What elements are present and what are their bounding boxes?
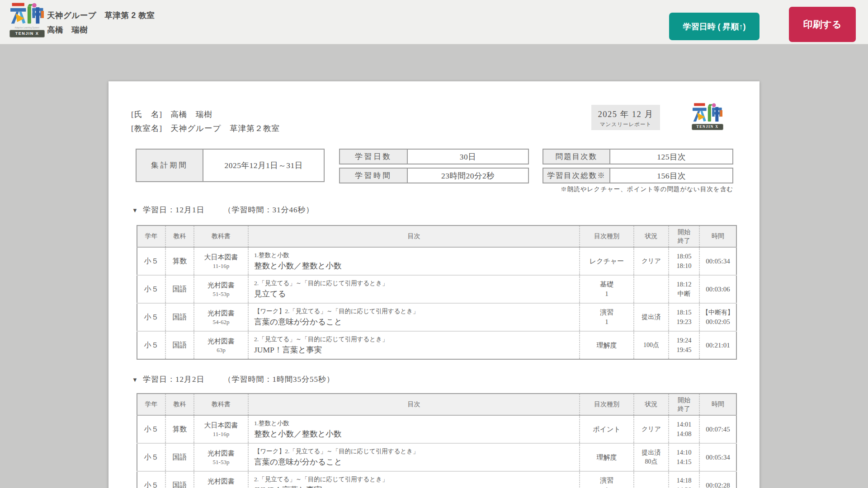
summary-problems-label: 問題目次数: [543, 150, 610, 164]
col-time: 時間: [699, 394, 736, 415]
col-toc: 目次: [248, 394, 580, 415]
cell-subject: 算数: [165, 415, 194, 443]
col-type: 目次種別: [580, 394, 634, 415]
tenjin-logo-paper: TENJIN X: [689, 103, 726, 130]
cell-grade: 小５: [137, 275, 165, 303]
cell-grade: 小５: [137, 247, 165, 275]
cell-start-end: 14:0114:08: [669, 415, 699, 443]
cell-start-end: 18:0518:10: [669, 247, 699, 275]
logo-badge: TENJIN X: [9, 30, 45, 38]
report-month-badge: 2025 年 12 月 マンスリーレポート: [591, 105, 660, 130]
cell-status: [634, 275, 669, 303]
summary-period-value: 2025年12月1日～31日: [203, 150, 324, 181]
summary-problems-value: 125目次: [610, 150, 732, 164]
classroom-title: 天神グループ 草津第 2 教室: [47, 10, 155, 21]
print-button[interactable]: 印刷する: [789, 7, 856, 42]
cell-type: 理解度: [580, 443, 634, 471]
monthly-report-paper: [氏 名]高橋 瑞樹 [教室名]天神グループ 草津第２教室 2025 年 12 …: [108, 81, 760, 488]
cell-time: 00:05:34: [699, 247, 736, 275]
section-header-dec2[interactable]: ▼学習日：12月2日（学習時間：1時間35分55秒）: [132, 374, 335, 385]
cell-grade: 小５: [137, 303, 165, 331]
cell-time: 00:03:06: [699, 275, 736, 303]
name-value: 高橋 瑞樹: [170, 110, 212, 119]
cell-book: 大日本図書11-16p: [194, 247, 248, 275]
cell-type: 理解度: [580, 331, 634, 359]
cell-grade: 小５: [137, 471, 165, 488]
cell-book: 光村図書51-53p: [194, 443, 248, 471]
col-status: 状況: [634, 225, 669, 247]
table-row: 小５ 算数 大日本図書11-16p 1.整数と小数整数と小数／整数と小数 ポイン…: [137, 415, 736, 443]
tenjin-logo: Adaptive Learning System TENJIN X: [8, 3, 46, 38]
summary-time-value: 23時間20分2秒: [408, 169, 528, 183]
col-time: 時間: [699, 225, 736, 247]
app-header: Adaptive Learning System TENJIN X 天神グループ…: [0, 0, 868, 44]
cell-book: 大日本図書11-16p: [194, 415, 248, 443]
cell-time: 00:02:28: [699, 471, 736, 488]
col-book: 教科書: [194, 225, 248, 247]
table-row: 小５ 国語 光村図書51-53p 【ワーク】2.「見立てる」～「目的に応じて引用…: [137, 443, 736, 471]
summary-days-value: 30日: [408, 150, 528, 164]
cell-grade: 小５: [137, 415, 165, 443]
col-grade: 学年: [137, 225, 165, 247]
cell-subject: 算数: [165, 247, 194, 275]
cell-subject: 国語: [165, 303, 194, 331]
collapse-triangle-icon: ▼: [132, 376, 138, 383]
cell-start-end: 14:1014:15: [669, 443, 699, 471]
cell-start-end: 19:2419:45: [669, 331, 699, 359]
cell-status: 提出済80点: [634, 443, 669, 471]
cell-subject: 国語: [165, 443, 194, 471]
name-label: [氏 名]: [131, 110, 162, 119]
table-row: 小５ 国語 光村図書54-62p 【ワーク】2.「見立てる」～「目的に応じて引用…: [137, 303, 736, 331]
cell-type: 演習1: [580, 471, 634, 488]
cell-status: [634, 471, 669, 488]
collapse-triangle-icon: ▼: [132, 207, 138, 214]
summary-days: 学習日数 30日: [339, 149, 529, 164]
cell-start-end: 18:12中断: [669, 275, 699, 303]
sort-order-button[interactable]: 学習日時 ( 昇順↑): [669, 13, 760, 40]
cell-type: 基礎1: [580, 275, 634, 303]
summary-period-label: 集計期間: [137, 150, 203, 181]
col-start-end: 開始終了: [669, 394, 699, 415]
cell-time: 00:07:45: [699, 415, 736, 443]
cell-grade: 小５: [137, 443, 165, 471]
student-name: 高橋 瑞樹: [47, 24, 155, 35]
cell-start-end: 18:1519:23: [669, 303, 699, 331]
col-grade: 学年: [137, 394, 165, 415]
cell-type: レクチャー: [580, 247, 634, 275]
report-type: マンスリーレポート: [591, 121, 660, 128]
cell-status: クリア: [634, 247, 669, 275]
classroom-value: 天神グループ 草津第２教室: [170, 124, 280, 133]
study-table-dec2: 学年 教科 教科書 目次 目次種別 状況 開始終了 時間 小５ 算数 大日本図書…: [137, 393, 737, 488]
section-study-time: （学習時間：31分46秒）: [223, 206, 314, 214]
summary-note: ※朗読やレクチャー、ポイント等の問題がない目次を含む: [136, 185, 733, 193]
table-row: 小５ 国語 光村図書63p 2.「見立てる」～「目的に応じて引用するとき」JUM…: [137, 471, 736, 488]
cell-toc: 2.「見立てる」～「目的に応じて引用するとき」見立てる: [248, 275, 580, 303]
logo-badge: TENJIN X: [692, 124, 723, 130]
cell-book: 光村図書51-53p: [194, 275, 248, 303]
col-toc: 目次: [248, 225, 580, 247]
cell-status: クリア: [634, 415, 669, 443]
col-subject: 教科: [165, 225, 194, 247]
table-header-row: 学年 教科 教科書 目次 目次種別 状況 開始終了 時間: [137, 225, 736, 247]
table-row: 小５ 算数 大日本図書11-16p 1.整数と小数整数と小数／整数と小数 レクチ…: [137, 247, 736, 275]
cell-toc: 【ワーク】2.「見立てる」～「目的に応じて引用するとき」言葉の意味が分かること: [248, 443, 580, 471]
cell-subject: 国語: [165, 275, 194, 303]
cell-status: 提出済: [634, 303, 669, 331]
cell-start-end: 14:1814:20: [669, 471, 699, 488]
study-table-dec1: 学年 教科 教科書 目次 目次種別 状況 開始終了 時間 小５ 算数 大日本図書…: [137, 225, 737, 360]
summary-days-label: 学習日数: [340, 150, 408, 164]
summary-total-value: 156目次: [610, 169, 732, 183]
cell-book: 光村図書63p: [194, 331, 248, 359]
report-month: 2025 年 12 月: [591, 108, 660, 120]
cell-subject: 国語: [165, 331, 194, 359]
col-book: 教科書: [194, 394, 248, 415]
logo-tagline: Adaptive Learning System: [15, 27, 39, 29]
identity-block: [氏 名]高橋 瑞樹 [教室名]天神グループ 草津第２教室: [131, 108, 280, 136]
section-study-time: （学習時間：1時間35分55秒）: [223, 375, 335, 384]
cell-type: 演習1: [580, 303, 634, 331]
col-type: 目次種別: [580, 225, 634, 247]
cell-type: ポイント: [580, 415, 634, 443]
section-header-dec1[interactable]: ▼学習日：12月1日（学習時間：31分46秒）: [132, 205, 314, 215]
tenjin-logo-icon: [693, 103, 722, 124]
cell-time: 00:05:34: [699, 443, 736, 471]
